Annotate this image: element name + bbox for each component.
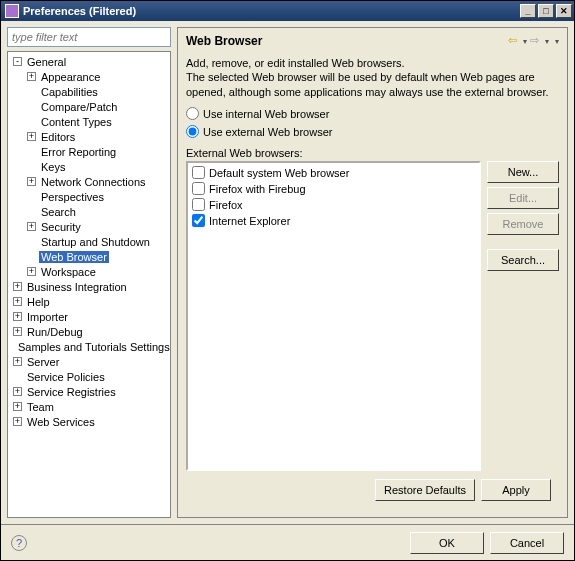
left-pane: -General+AppearanceCapabilitiesCompare/P… (7, 27, 171, 518)
expand-icon[interactable]: + (13, 357, 22, 366)
tree-spacer (27, 117, 36, 126)
view-menu[interactable]: ▾ (555, 37, 559, 46)
tree-item[interactable]: Search (8, 204, 170, 219)
window-title: Preferences (Filtered) (23, 5, 518, 17)
expand-icon[interactable]: + (13, 312, 22, 321)
back-icon[interactable]: ⇦ (508, 34, 522, 48)
expand-icon[interactable]: + (13, 282, 22, 291)
forward-icon[interactable]: ⇨ (530, 34, 544, 48)
browser-row[interactable]: Firefox with Firebug (190, 181, 477, 197)
expand-icon[interactable]: + (13, 297, 22, 306)
cancel-button[interactable]: Cancel (490, 532, 564, 554)
tree-item-label: Service Registries (25, 386, 118, 398)
help-icon[interactable]: ? (11, 535, 27, 551)
tree-spacer (27, 102, 36, 111)
tree-item-label: Search (39, 206, 78, 218)
tree-item[interactable]: +Network Connections (8, 174, 170, 189)
tree-spacer (13, 372, 22, 381)
tree-item-label: Network Connections (39, 176, 148, 188)
browser-row[interactable]: Internet Explorer (190, 213, 477, 229)
tree-item[interactable]: Content Types (8, 114, 170, 129)
tree-item[interactable]: +Editors (8, 129, 170, 144)
external-browsers-list[interactable]: Default system Web browserFirefox with F… (186, 161, 481, 471)
tree-item[interactable]: Error Reporting (8, 144, 170, 159)
tree-item-label: Service Policies (25, 371, 107, 383)
restore-defaults-button[interactable]: Restore Defaults (375, 479, 475, 501)
browser-checkbox[interactable] (192, 198, 205, 211)
radio-internal[interactable]: Use internal Web browser (186, 105, 559, 123)
ok-button[interactable]: OK (410, 532, 484, 554)
tree-item-label: Content Types (39, 116, 114, 128)
back-menu[interactable]: ▾ (523, 37, 527, 46)
tree-spacer (27, 147, 36, 156)
tree-item-label: Importer (25, 311, 70, 323)
tree-item-label: Help (25, 296, 52, 308)
external-browsers-label: External Web browsers: (186, 147, 559, 159)
tree-item[interactable]: +Workspace (8, 264, 170, 279)
tree-spacer (27, 162, 36, 171)
tree-item[interactable]: +Security (8, 219, 170, 234)
tree-item[interactable]: +Business Integration (8, 279, 170, 294)
radio-internal-input[interactable] (186, 107, 199, 120)
tree-item[interactable]: +Server (8, 354, 170, 369)
description: Add, remove, or edit installed Web brows… (186, 56, 559, 99)
collapse-icon[interactable]: - (13, 57, 22, 66)
close-button[interactable]: ✕ (556, 4, 572, 18)
new-button[interactable]: New... (487, 161, 559, 183)
browser-label: Firefox (209, 199, 243, 211)
app-icon (5, 4, 19, 18)
expand-icon[interactable]: + (27, 267, 36, 276)
tree-item[interactable]: +Help (8, 294, 170, 309)
tree-item-label: Samples and Tutorials Settings (16, 341, 171, 353)
tree-item-label: Keys (39, 161, 67, 173)
expand-icon[interactable]: + (27, 132, 36, 141)
tree-item-label: Workspace (39, 266, 98, 278)
tree-item-label: Startup and Shutdown (39, 236, 152, 248)
tree-item[interactable]: +Importer (8, 309, 170, 324)
expand-icon[interactable]: + (13, 387, 22, 396)
filter-input[interactable] (7, 27, 171, 47)
tree-item[interactable]: -General (8, 54, 170, 69)
tree-item[interactable]: +Appearance (8, 69, 170, 84)
expand-icon[interactable]: + (13, 402, 22, 411)
tree-item[interactable]: Keys (8, 159, 170, 174)
tree-item[interactable]: Startup and Shutdown (8, 234, 170, 249)
tree-item[interactable]: Web Browser (8, 249, 170, 264)
browser-checkbox[interactable] (192, 182, 205, 195)
tree-item[interactable]: Compare/Patch (8, 99, 170, 114)
browser-label: Default system Web browser (209, 167, 349, 179)
browser-checkbox[interactable] (192, 214, 205, 227)
browser-checkbox[interactable] (192, 166, 205, 179)
expand-icon[interactable]: + (13, 327, 22, 336)
page-title: Web Browser (186, 34, 505, 48)
tree-item[interactable]: Capabilities (8, 84, 170, 99)
browser-row[interactable]: Default system Web browser (190, 165, 477, 181)
search-button[interactable]: Search... (487, 249, 559, 271)
forward-menu[interactable]: ▾ (545, 37, 549, 46)
browser-row[interactable]: Firefox (190, 197, 477, 213)
tree-item-label: Perspectives (39, 191, 106, 203)
tree-item[interactable]: Service Policies (8, 369, 170, 384)
preferences-window: Preferences (Filtered) _ □ ✕ -General+Ap… (0, 0, 575, 561)
remove-button[interactable]: Remove (487, 213, 559, 235)
prefs-tree[interactable]: -General+AppearanceCapabilitiesCompare/P… (7, 51, 171, 518)
edit-button[interactable]: Edit... (487, 187, 559, 209)
expand-icon[interactable]: + (13, 417, 22, 426)
tree-spacer (27, 252, 36, 261)
minimize-button[interactable]: _ (520, 4, 536, 18)
tree-item[interactable]: Perspectives (8, 189, 170, 204)
tree-item-label: General (25, 56, 68, 68)
tree-item[interactable]: +Web Services (8, 414, 170, 429)
expand-icon[interactable]: + (27, 177, 36, 186)
tree-item[interactable]: Samples and Tutorials Settings (8, 339, 170, 354)
tree-item[interactable]: +Run/Debug (8, 324, 170, 339)
tree-item[interactable]: +Service Registries (8, 384, 170, 399)
radio-external-input[interactable] (186, 125, 199, 138)
maximize-button[interactable]: □ (538, 4, 554, 18)
tree-item[interactable]: +Team (8, 399, 170, 414)
browser-label: Internet Explorer (209, 215, 290, 227)
expand-icon[interactable]: + (27, 72, 36, 81)
apply-button[interactable]: Apply (481, 479, 551, 501)
radio-external[interactable]: Use external Web browser (186, 123, 559, 141)
expand-icon[interactable]: + (27, 222, 36, 231)
